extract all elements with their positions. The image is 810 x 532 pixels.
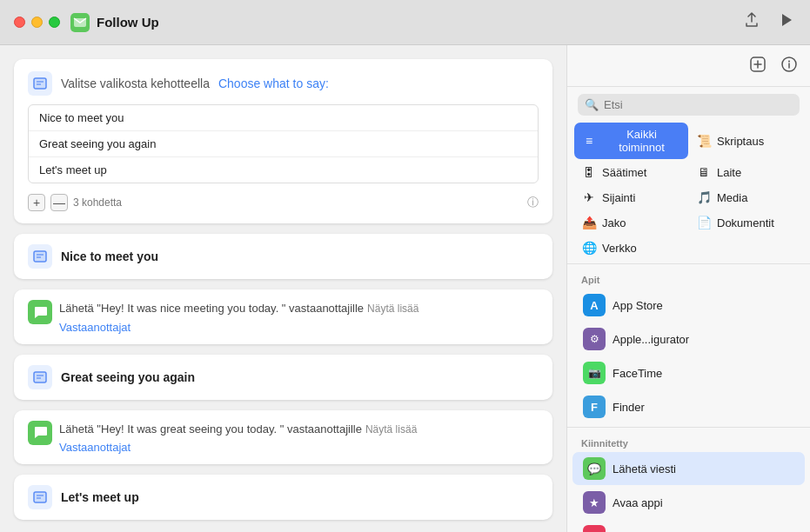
add-item-button[interactable]: + — [28, 194, 45, 211]
action-laheta-viesti[interactable]: 💬 Lähetä viesti — [572, 452, 805, 485]
action-toista-musiikkia[interactable]: ♪ Toista musiikkia — [572, 520, 805, 532]
divider-2 — [567, 427, 810, 428]
choose-card: Valitse valikosta kehotteella Choose wha… — [14, 59, 552, 223]
cat-btn-saatimet[interactable]: 🎛 Säätimet — [574, 160, 688, 184]
cat-label-media: Media — [717, 191, 747, 204]
msg-recipients-2[interactable]: Vastaanottajat — [59, 441, 417, 454]
device-icon: 🖥 — [696, 165, 712, 179]
cat-label-dokumentit: Dokumentit — [717, 216, 774, 229]
msg-show-more-2[interactable]: Näytä lisää — [365, 423, 417, 436]
cat-btn-dokumentit[interactable]: 📄 Dokumentit — [689, 210, 803, 235]
action-appstore[interactable]: A App Store — [572, 289, 805, 322]
info-button[interactable]: ⓘ — [527, 195, 539, 210]
msg-recipients-1[interactable]: Vastaanottajat — [59, 321, 418, 334]
cat-btn-laite[interactable]: 🖥 Laite — [689, 160, 803, 184]
facetime-icon: 📷 — [583, 362, 606, 384]
cat-label-skriptaus: Skriptaus — [717, 135, 764, 148]
right-content: ≡ Kaikki toiminnot 📜 Skriptaus 🎛 Säätime… — [567, 123, 810, 532]
section-kiinnitetty-label: Kiinnitetty — [567, 431, 810, 451]
traffic-lights — [14, 17, 60, 28]
zoom-button[interactable] — [49, 17, 60, 28]
list-item[interactable]: Let's meet up — [29, 157, 538, 183]
section-apit-label: Apit — [567, 268, 810, 288]
search-input-wrap: 🔍 — [578, 94, 800, 116]
msg-show-more-1[interactable]: Näytä lisää — [367, 303, 418, 315]
svg-point-21 — [788, 61, 790, 63]
choose-list: Nice to meet you Great seeing you again … — [28, 104, 539, 183]
cat-btn-sijainti[interactable]: ✈ Sijainti — [574, 185, 688, 209]
message-content-1: Lähetä "Hey! It was nice meeting you tod… — [59, 300, 418, 334]
msg-quote-1: Hey! It was nice meeting you today. — [101, 302, 278, 315]
controls-icon: 🎛 — [581, 165, 597, 179]
choose-header: Valitse valikosta kehotteella Choose wha… — [28, 71, 539, 96]
appstore-label: App Store — [613, 299, 663, 312]
cat-btn-skriptaus[interactable]: 📜 Skriptaus — [689, 123, 803, 159]
play-button[interactable] — [777, 11, 796, 33]
avaa-appi-icon: ★ — [583, 491, 606, 514]
section-title-3: Let's meet up — [61, 490, 139, 504]
action-finder[interactable]: F Finder — [572, 390, 805, 423]
network-icon: 🌐 — [581, 241, 597, 255]
finder-icon: F — [583, 396, 606, 418]
cat-label-verkko: Verkko — [602, 242, 637, 255]
svg-rect-12 — [34, 492, 46, 502]
window-title: Follow Up — [97, 15, 740, 30]
msg-after-quote-1: " vastaanottajille — [278, 302, 364, 315]
list-icon: ≡ — [581, 134, 597, 148]
share-button[interactable] — [740, 10, 763, 34]
finder-label: Finder — [613, 401, 645, 414]
cat-label-all: Kaikki toiminnot — [602, 128, 681, 154]
messages-icon-1 — [28, 300, 52, 324]
location-icon: ✈ — [581, 190, 597, 204]
search-icon: 🔍 — [585, 98, 599, 111]
cat-label-jako: Jako — [602, 216, 626, 229]
cat-btn-jako[interactable]: 📤 Jako — [574, 210, 688, 235]
message-content-2: Lähetä "Hey! It was great seeing you tod… — [59, 421, 417, 455]
action-avaa-appi[interactable]: ★ Avaa appi — [572, 486, 805, 519]
svg-rect-0 — [34, 78, 46, 89]
right-panel: 🔍 ≡ Kaikki toiminnot 📜 Skriptaus 🎛 Sääti… — [566, 45, 810, 532]
cat-label-laite: Laite — [717, 166, 741, 179]
apple-configurator-label: Apple...igurator — [613, 333, 689, 346]
apple-configurator-icon: ⚙ — [583, 328, 606, 350]
message-card-1: Lähetä "Hey! It was nice meeting you tod… — [14, 289, 552, 344]
msg-quote-2: Hey! It was great seeing you today. — [101, 422, 277, 436]
media-icon: 🎵 — [696, 190, 712, 204]
close-button[interactable] — [14, 17, 25, 28]
section-header-nice: Nice to meet you — [14, 234, 552, 279]
choose-block-icon — [28, 71, 52, 96]
search-input[interactable] — [604, 98, 793, 111]
main-layout: Valitse valikosta kehotteella Choose wha… — [0, 45, 810, 532]
add-action-button[interactable] — [747, 54, 768, 79]
avaa-appi-label: Avaa appi — [613, 496, 663, 509]
msg-send-label-1: Lähetä " — [59, 302, 101, 315]
choose-footer: + — 3 kohdetta ⓘ — [28, 190, 539, 211]
message-card-2: Lähetä "Hey! It was great seeing you tod… — [14, 410, 552, 465]
list-item[interactable]: Nice to meet you — [29, 105, 538, 131]
cat-btn-verkko[interactable]: 🌐 Verkko — [574, 236, 688, 260]
list-item[interactable]: Great seeing you again — [29, 131, 538, 157]
messages-icon-2 — [28, 421, 52, 445]
share-icon: 📤 — [581, 216, 597, 229]
title-actions — [740, 10, 796, 34]
item-count: 3 kohdetta — [73, 196, 522, 209]
minimize-button[interactable] — [31, 17, 43, 28]
remove-item-button[interactable]: — — [50, 194, 68, 211]
message-row-1: Lähetä "Hey! It was nice meeting you tod… — [28, 300, 539, 334]
laheta-viesti-label: Lähetä viesti — [613, 462, 676, 475]
svg-rect-4 — [34, 251, 46, 262]
section-block-icon-1 — [28, 244, 52, 269]
section-block-icon-2 — [28, 365, 52, 389]
msg-send-label-2: Lähetä " — [59, 422, 101, 436]
action-facetime[interactable]: 📷 FaceTime — [572, 356, 805, 389]
section-title-1: Nice to meet you — [61, 249, 158, 263]
info-panel-button[interactable] — [779, 54, 800, 79]
category-grid: ≡ Kaikki toiminnot 📜 Skriptaus 🎛 Säätime… — [567, 123, 810, 260]
action-apple-configurator[interactable]: ⚙ Apple...igurator — [572, 323, 805, 356]
scroll-icon: 📜 — [696, 134, 712, 148]
cat-btn-all[interactable]: ≡ Kaikki toiminnot — [574, 123, 688, 159]
search-bar: 🔍 — [567, 87, 810, 123]
cat-btn-media[interactable]: 🎵 Media — [689, 185, 803, 209]
laheta-viesti-icon: 💬 — [583, 457, 606, 480]
section-header-great: Great seeing you again — [14, 355, 552, 400]
